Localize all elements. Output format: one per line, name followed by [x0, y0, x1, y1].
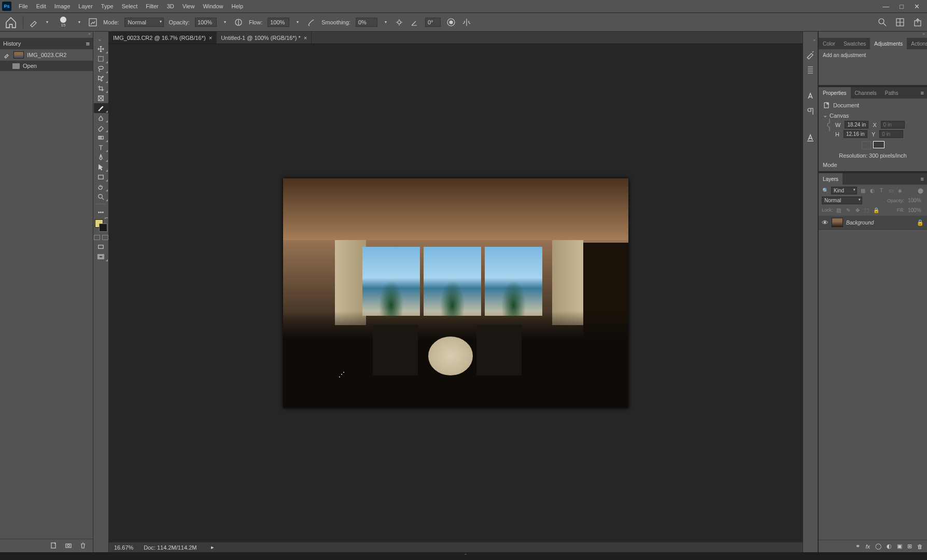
glyphs-icon[interactable] — [805, 132, 816, 143]
toolbox-expand-icon[interactable]: » — [93, 38, 108, 44]
crop-tool[interactable] — [94, 83, 108, 93]
collapse-panels-icon[interactable]: » — [819, 32, 927, 38]
menu-edit[interactable]: Edit — [32, 1, 50, 11]
zoom-tool[interactable] — [94, 192, 108, 202]
tool-preset-icon[interactable] — [29, 17, 39, 27]
close-icon[interactable]: ✕ — [914, 3, 920, 10]
menu-help[interactable]: Help — [228, 1, 248, 11]
status-arrow-icon[interactable]: ▸ — [211, 544, 214, 551]
canvas-viewport[interactable]: ⋰ — [109, 44, 803, 542]
rectangle-tool[interactable] — [94, 172, 108, 182]
footer-chevron-icon[interactable]: ⌃ — [463, 553, 468, 558]
frame-tool[interactable] — [94, 93, 108, 103]
lock-trans-icon[interactable]: ▨ — [835, 206, 842, 214]
history-camera-icon[interactable] — [65, 542, 72, 550]
opacity-input[interactable]: 100% — [195, 18, 217, 27]
workspace-icon[interactable] — [895, 17, 905, 27]
layer-background[interactable]: 👁 Background 🔒 — [819, 216, 927, 230]
menu-window[interactable]: Window — [199, 1, 227, 11]
tab-paths[interactable]: Paths — [881, 87, 903, 99]
menu-view[interactable]: View — [178, 1, 199, 11]
lasso-tool[interactable] — [94, 64, 108, 74]
tab-adjustments[interactable]: Adjustments — [870, 38, 907, 49]
link-icon[interactable] — [827, 118, 832, 132]
change-screen-tool[interactable] — [94, 252, 108, 262]
lock-all-icon[interactable]: 🔒 — [873, 206, 880, 214]
screenmode-icon[interactable] — [102, 235, 108, 240]
collapse-right-icon[interactable]: « — [803, 38, 818, 44]
mask-icon[interactable]: ◯ — [875, 543, 881, 550]
fill-input[interactable]: 100% — [906, 207, 924, 214]
history-trash-icon[interactable] — [79, 542, 87, 550]
menu-select[interactable]: Select — [118, 1, 142, 11]
brushes-icon[interactable] — [805, 65, 816, 75]
gradient-tool[interactable] — [94, 133, 108, 143]
screen-mode-tool[interactable] — [94, 242, 108, 252]
menu-filter[interactable]: Filter — [142, 1, 162, 11]
tab-properties[interactable]: Properties — [819, 87, 851, 99]
filter-toggle-icon[interactable]: ⬤ — [917, 187, 924, 194]
tab-actions[interactable]: Actions — [907, 38, 927, 49]
filter-search-icon[interactable]: 🔍 — [822, 187, 829, 194]
swap-colors-icon[interactable]: ⤺ — [105, 216, 108, 220]
layer-name[interactable]: Background — [846, 220, 874, 226]
lock-pixel-icon[interactable]: ✎ — [845, 206, 852, 214]
mode-dropdown[interactable]: Normal — [124, 18, 164, 27]
search-icon[interactable] — [877, 17, 888, 27]
tool-preset-drop[interactable]: ▾ — [44, 18, 50, 26]
brush-tool[interactable] — [94, 103, 108, 113]
menu-3d[interactable]: 3D — [163, 1, 178, 11]
filter-type-icon[interactable]: T — [878, 187, 885, 194]
quickmask-icon[interactable] — [94, 235, 100, 240]
brush-drop[interactable]: ▾ — [76, 18, 82, 26]
tab-untitled[interactable]: Untitled-1 @ 100% (RGB/16*) * × — [217, 32, 312, 44]
move-tool[interactable] — [94, 44, 108, 54]
x-input[interactable]: 0 in — [881, 121, 905, 129]
filter-smart-icon[interactable]: ◈ — [896, 187, 904, 194]
lock-pos-icon[interactable]: ✥ — [854, 206, 861, 214]
lock-icon[interactable]: 🔒 — [917, 219, 924, 226]
smoothing-options-icon[interactable] — [394, 17, 404, 27]
hand-tool[interactable] — [94, 182, 108, 192]
panel-menu-icon[interactable]: ≡ — [918, 90, 927, 96]
minimize-icon[interactable]: — — [882, 3, 889, 10]
filter-pixel-icon[interactable]: ▦ — [859, 187, 866, 194]
pressure-opacity-icon[interactable] — [233, 17, 244, 27]
trash-icon[interactable]: 🗑 — [917, 543, 923, 550]
landscape-button[interactable] — [873, 141, 884, 148]
color-swatch[interactable]: ⤺ — [95, 219, 107, 232]
tab-color[interactable]: Color — [819, 38, 839, 49]
portrait-button[interactable] — [862, 141, 871, 149]
angle-input[interactable]: 0° — [425, 18, 441, 27]
paragraph-icon[interactable] — [805, 106, 816, 117]
type-tool[interactable] — [94, 143, 108, 152]
width-input[interactable]: 18.24 in — [845, 121, 868, 129]
collapse-left-icon[interactable]: « — [0, 32, 93, 38]
character-icon[interactable] — [805, 91, 816, 101]
link-layers-icon[interactable]: ⚭ — [855, 543, 860, 550]
symmetry-icon[interactable] — [461, 17, 472, 27]
path-select-tool[interactable] — [94, 162, 108, 172]
share-icon[interactable] — [912, 17, 923, 27]
quick-select-tool[interactable] — [94, 74, 108, 83]
smoothing-input[interactable]: 0% — [356, 18, 377, 27]
brush-settings-icon[interactable] — [805, 49, 816, 60]
tab-close-icon[interactable]: × — [304, 35, 307, 41]
clone-stamp-tool[interactable] — [94, 113, 108, 123]
menu-layer[interactable]: Layer — [74, 1, 97, 11]
history-snapshot[interactable]: IMG_0023.CR2 — [0, 49, 93, 61]
visibility-icon[interactable]: 👁 — [822, 219, 828, 227]
flow-drop[interactable]: ▾ — [294, 18, 301, 26]
adjustment-layer-icon[interactable]: ◐ — [887, 543, 892, 550]
brush-panel-icon[interactable] — [88, 17, 98, 27]
angle-icon[interactable] — [410, 17, 420, 27]
y-input[interactable]: 0 in — [879, 130, 903, 138]
brush-preview[interactable]: 15 — [55, 17, 71, 27]
pressure-size-icon[interactable] — [446, 17, 456, 27]
tab-channels[interactable]: Channels — [851, 87, 881, 99]
tab-img0023[interactable]: IMG_0023.CR2 @ 16.7% (RGB/16*) × — [109, 32, 217, 44]
panel-menu-icon[interactable]: ≡ — [86, 40, 90, 48]
height-input[interactable]: 12.16 in — [844, 130, 867, 138]
menu-type[interactable]: Type — [97, 1, 118, 11]
tab-swatches[interactable]: Swatches — [839, 38, 870, 49]
